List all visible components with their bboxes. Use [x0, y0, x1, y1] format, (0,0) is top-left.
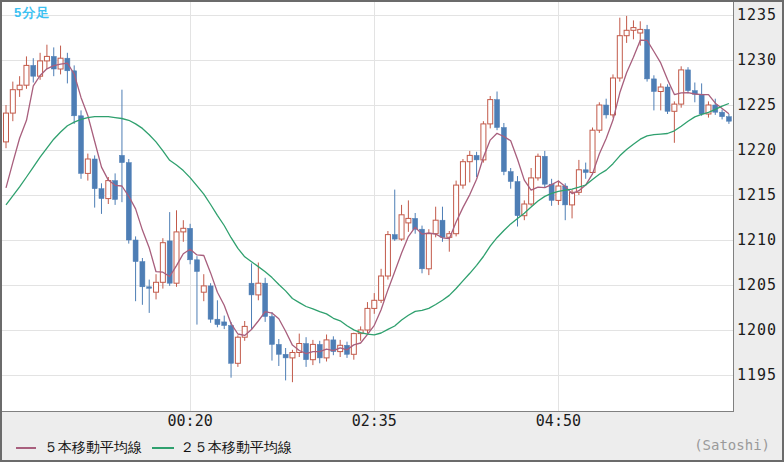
- candle-body-down: [99, 189, 104, 199]
- candle-body-up: [610, 78, 615, 115]
- y-axis-label: 1235: [737, 6, 783, 24]
- candle-body-down: [686, 70, 691, 91]
- ma25-legend-line: [152, 447, 174, 449]
- candle-body-up: [174, 232, 179, 283]
- candle-body-down: [249, 283, 254, 295]
- candle-body-up: [201, 286, 206, 292]
- candle-body-up: [365, 308, 370, 330]
- candle-body-up: [17, 85, 22, 90]
- candle-body-down: [283, 354, 288, 358]
- candle-body-up: [85, 159, 90, 173]
- candle-body-down: [604, 105, 609, 115]
- candle-body-up: [590, 130, 595, 172]
- candle-body-down: [208, 286, 213, 319]
- candle-body-down: [133, 240, 138, 262]
- chart-panel: 5分足 123512301225122012151210120512001195…: [0, 0, 784, 462]
- candle-body-up: [556, 186, 561, 200]
- candle-body-down: [194, 260, 199, 272]
- candle-body-up: [597, 105, 602, 130]
- candle-body-down: [147, 287, 152, 289]
- candle-body-down: [665, 87, 670, 111]
- candle-body-up: [379, 276, 384, 300]
- candle-body-down: [126, 163, 131, 240]
- ma5-legend-label: ５本移動平均線: [44, 438, 142, 456]
- candle-body-up: [433, 220, 438, 234]
- x-axis-label: 02:35: [342, 413, 406, 429]
- candle-body-down: [276, 344, 281, 354]
- candle-body-down: [651, 79, 656, 92]
- candle-body-down: [229, 326, 234, 364]
- candle-body-down: [188, 228, 193, 259]
- candle-body-up: [529, 178, 534, 204]
- candle-body-up: [535, 156, 540, 178]
- candle-body-down: [79, 116, 84, 174]
- candle-body-up: [10, 90, 15, 113]
- candle-body-up: [672, 104, 677, 111]
- x-axis-label: 00:20: [158, 413, 222, 429]
- candle-body-up: [658, 87, 663, 92]
- candle-body-down: [92, 159, 97, 189]
- candle-body-up: [679, 70, 684, 104]
- ma5-legend-line: [16, 447, 36, 449]
- candle-body-up: [154, 282, 159, 292]
- candle-body-down: [420, 229, 425, 269]
- candle-body-up: [406, 218, 411, 223]
- ma25-line: [6, 104, 729, 335]
- x-axis-label: 04:50: [526, 413, 590, 429]
- candle-body-up: [4, 113, 9, 142]
- candle-body-down: [583, 170, 588, 173]
- candle-body-down: [699, 94, 704, 114]
- candle-body-down: [140, 262, 145, 287]
- candle-body-up: [235, 337, 240, 363]
- candle-body-up: [631, 28, 636, 31]
- candle-body-up: [399, 215, 404, 239]
- candle-body-down: [215, 319, 220, 324]
- y-axis-label: 1215: [737, 186, 783, 204]
- y-axis-label: 1230: [737, 51, 783, 69]
- candle-body-up: [624, 30, 629, 35]
- candle-body-up: [385, 235, 390, 276]
- candle-body-down: [304, 344, 309, 360]
- candle-body-down: [508, 172, 513, 182]
- candlestick-chart: [2, 2, 733, 411]
- plot-area: [2, 2, 734, 412]
- candle-body-down: [501, 128, 506, 172]
- candle-body-down: [440, 220, 445, 237]
- ma25-legend-label: ２５本移動平均線: [180, 438, 292, 456]
- candle-body-down: [269, 317, 274, 345]
- candle-body-down: [645, 29, 650, 79]
- candle-body-down: [119, 155, 124, 162]
- candle-body-up: [488, 100, 493, 124]
- unit-label: (Satoshi): [694, 436, 770, 454]
- candle-body-up: [44, 56, 49, 61]
- candle-body-up: [372, 300, 377, 308]
- chart-title: 5分足: [14, 4, 50, 22]
- y-axis-label: 1210: [737, 231, 783, 249]
- candle-body-down: [474, 155, 479, 160]
- candle-body-up: [256, 283, 261, 295]
- candle-body-down: [72, 71, 77, 116]
- candle-body-down: [515, 182, 520, 216]
- y-axis-label: 1205: [737, 276, 783, 294]
- candle-body-down: [720, 112, 725, 117]
- candle-body-down: [65, 58, 70, 71]
- legend: ５本移動平均線 ２５本移動平均線: [0, 438, 500, 458]
- candle-body-down: [392, 235, 397, 240]
- candle-body-up: [181, 228, 186, 232]
- candle-body-down: [495, 100, 500, 128]
- candle-body-down: [542, 156, 547, 184]
- candle-body-down: [222, 322, 227, 326]
- candle-body-up: [467, 155, 472, 161]
- y-axis-label: 1220: [737, 141, 783, 159]
- candle-body-down: [31, 65, 36, 76]
- y-axis-label: 1225: [737, 96, 783, 114]
- candle-body-up: [290, 353, 295, 358]
- candle-body-up: [638, 29, 643, 33]
- candle-body-up: [426, 234, 431, 269]
- candle-body-up: [460, 162, 465, 185]
- candle-body-down: [726, 117, 731, 122]
- candle-body-up: [617, 36, 622, 78]
- y-axis-label: 1195: [737, 366, 783, 384]
- candle-body-up: [24, 65, 29, 85]
- candle-body-up: [106, 181, 111, 199]
